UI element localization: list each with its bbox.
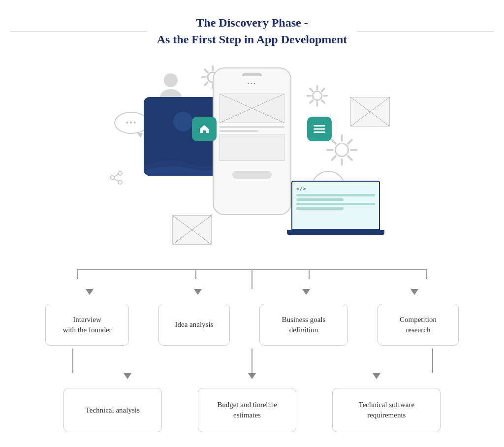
illustration: ••• [85, 58, 419, 264]
arrow-col-2 [194, 289, 202, 299]
tick-4 [426, 269, 427, 279]
arrow-col-4 [410, 289, 418, 299]
svg-point-8 [313, 92, 321, 100]
box-competition: Competitionresearch [378, 304, 459, 346]
box-tech-analysis: Technical analysis [63, 388, 162, 432]
v-line-3 [432, 349, 433, 373]
image-placeholder-top-right [350, 97, 390, 127]
share-icon [109, 171, 123, 188]
phone-line-1 [220, 126, 284, 128]
tick-3 [309, 269, 310, 279]
box-budget-label: Budget and timelineestimates [217, 400, 277, 420]
svg-point-0 [164, 73, 178, 87]
tick-2 [195, 269, 196, 279]
phone-image-placeholder [220, 94, 284, 123]
box-interview: Interviewwith the founder [45, 304, 129, 346]
phone-content [214, 91, 290, 167]
arrow-3 [302, 289, 310, 295]
box-idea-analysis: Idea analysis [158, 304, 230, 346]
title-section: The Discovery Phase - As the First Step … [10, 15, 494, 48]
box-business-label: Business goalsdefinition [282, 315, 326, 335]
arrow-row2-3 [373, 373, 380, 379]
home-button[interactable] [192, 117, 217, 141]
laptop-code-line-3 [296, 203, 375, 205]
row1-boxes: Interviewwith the founder Idea analysis … [16, 304, 488, 346]
phone-notch [242, 73, 262, 76]
arrow-col-3 [302, 289, 310, 299]
svg-point-4 [118, 180, 122, 184]
v-line-1 [72, 349, 73, 373]
box-idea-label: Idea analysis [175, 319, 214, 330]
phone-rect [220, 134, 284, 161]
svg-point-9 [335, 144, 348, 157]
svg-rect-11 [314, 128, 325, 130]
laptop-code-line-2 [296, 198, 344, 201]
svg-rect-12 [314, 131, 325, 133]
phone-mockup: ••• [213, 67, 291, 215]
box-budget: Budget and timelineestimates [198, 388, 296, 432]
row2-arrows [16, 373, 488, 383]
arrow-col-1 [86, 289, 94, 299]
laptop: </> [291, 181, 380, 235]
arrow-row2-2 [248, 373, 256, 379]
phone-button [232, 171, 272, 179]
row2-boxes: Technical analysis Budget and timelinees… [16, 388, 488, 432]
horizontal-bar [77, 269, 427, 270]
gear-icon-2 [304, 82, 331, 116]
box-business-goals: Business goalsdefinition [259, 304, 348, 346]
phone-text-lines [220, 126, 284, 132]
laptop-code-line-1 [296, 194, 375, 196]
box-competition-label: Competitionresearch [400, 315, 437, 335]
row1-arrows [16, 289, 488, 299]
title-line-right [357, 31, 494, 32]
laptop-code-line-4 [296, 207, 344, 210]
box-tech-analysis-label: Technical analysis [86, 405, 140, 415]
arrow-1 [86, 289, 94, 295]
laptop-code-tag: </> [296, 186, 375, 192]
phone-dots: ••• [214, 80, 290, 88]
row2-connector [16, 349, 488, 373]
v-line-center [252, 349, 252, 373]
box-tech-software-label: Technical softwarerequirements [359, 400, 414, 420]
top-vertical-line [252, 269, 252, 289]
svg-line-5 [114, 174, 118, 177]
box-interview-label: Interviewwith the founder [63, 315, 111, 335]
svg-line-6 [114, 179, 118, 181]
flow-diagram: Interviewwith the founder Idea analysis … [16, 269, 488, 432]
laptop-base [287, 230, 384, 235]
svg-point-2 [118, 171, 122, 175]
row1-connector [16, 269, 488, 289]
phone-line-2 [220, 130, 258, 132]
arrow-row2-1 [124, 373, 131, 379]
svg-point-3 [110, 176, 114, 180]
laptop-screen: </> [291, 181, 380, 230]
arrow-2 [194, 289, 202, 295]
page-title: The Discovery Phase - As the First Step … [147, 15, 357, 48]
title-line-left [10, 31, 147, 32]
image-placeholder-small [172, 215, 212, 245]
arrow-4 [410, 289, 418, 295]
tick-1 [77, 269, 78, 279]
menu-button[interactable] [307, 117, 332, 141]
svg-rect-10 [314, 125, 325, 127]
box-tech-software: Technical softwarerequirements [332, 388, 441, 432]
